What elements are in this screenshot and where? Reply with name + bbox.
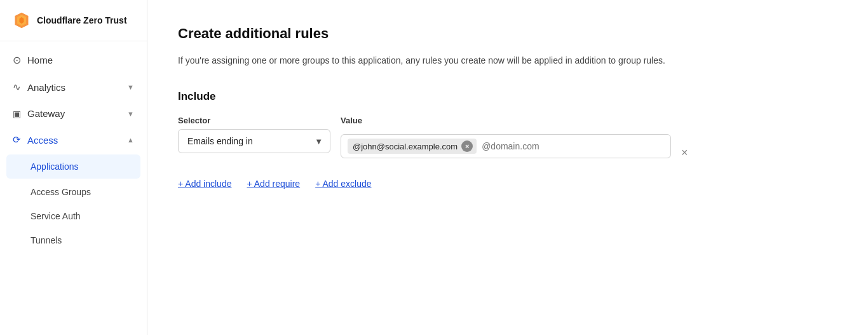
chevron-down-icon: ▼ bbox=[127, 110, 134, 118]
sidebar-item-access[interactable]: ⟳ Access ▲ bbox=[0, 126, 147, 153]
selector-field-group: Selector Emails ending in Emails IP rang… bbox=[178, 116, 330, 153]
logo-area: Cloudflare Zero Trust bbox=[0, 0, 147, 41]
gateway-icon: ▣ bbox=[13, 109, 21, 119]
value-input-container[interactable]: @john@social.example.com × bbox=[341, 134, 671, 158]
value-wrapper: @john@social.example.com × × bbox=[341, 129, 693, 163]
remove-row-button[interactable]: × bbox=[676, 142, 693, 163]
add-include-button[interactable]: + Add include bbox=[178, 179, 231, 189]
home-icon: ⊙ bbox=[13, 54, 21, 66]
tag-remove-button[interactable]: × bbox=[461, 140, 473, 152]
selector-dropdown[interactable]: Emails ending in Emails IP ranges Countr… bbox=[178, 129, 330, 153]
sidebar-navigation: ⊙ Home ∿ Analytics ▼ ▣ Gateway ▼ ⟳ Acces… bbox=[0, 41, 147, 335]
sidebar: Cloudflare Zero Trust ⊙ Home ∿ Analytics… bbox=[0, 0, 147, 335]
value-label: Value bbox=[341, 116, 693, 125]
sidebar-item-label: Gateway bbox=[27, 108, 121, 119]
add-exclude-button[interactable]: + Add exclude bbox=[315, 179, 371, 189]
chevron-down-icon: ▼ bbox=[127, 83, 134, 91]
logo-text: Cloudflare Zero Trust bbox=[37, 15, 127, 25]
rule-row: Selector Emails ending in Emails IP rang… bbox=[178, 116, 837, 163]
service-auth-label: Service Auth bbox=[31, 211, 81, 221]
include-section-heading: Include bbox=[178, 90, 837, 103]
page-title: Create additional rules bbox=[178, 25, 837, 42]
tunnels-label: Tunnels bbox=[31, 235, 62, 245]
sidebar-item-label: Access bbox=[27, 135, 121, 146]
sidebar-item-applications[interactable]: Applications bbox=[6, 154, 140, 179]
add-links-row: + Add include + Add require + Add exclud… bbox=[178, 179, 837, 189]
access-icon: ⟳ bbox=[13, 134, 21, 146]
sidebar-item-service-auth[interactable]: Service Auth bbox=[0, 204, 147, 228]
chevron-up-icon: ▲ bbox=[127, 136, 134, 144]
sidebar-item-label: Home bbox=[27, 55, 134, 65]
selector-wrapper: Emails ending in Emails IP ranges Countr… bbox=[178, 129, 330, 153]
page-description: If you're assigning one or more groups t… bbox=[178, 53, 813, 67]
sidebar-item-tunnels[interactable]: Tunnels bbox=[0, 228, 147, 252]
cloudflare-logo-icon bbox=[13, 11, 31, 29]
add-require-button[interactable]: + Add require bbox=[247, 179, 300, 189]
sidebar-item-label: Analytics bbox=[27, 82, 121, 93]
value-field-group: Value @john@social.example.com × × bbox=[341, 116, 693, 163]
sidebar-item-analytics[interactable]: ∿ Analytics ▼ bbox=[0, 74, 147, 100]
tag-text: @john@social.example.com bbox=[353, 142, 458, 151]
analytics-icon: ∿ bbox=[13, 81, 21, 93]
sidebar-item-access-groups[interactable]: Access Groups bbox=[0, 180, 147, 204]
access-groups-label: Access Groups bbox=[31, 187, 91, 197]
domain-input[interactable] bbox=[482, 141, 664, 151]
email-tag: @john@social.example.com × bbox=[348, 139, 477, 154]
sidebar-item-gateway[interactable]: ▣ Gateway ▼ bbox=[0, 100, 147, 126]
selector-label: Selector bbox=[178, 116, 330, 125]
main-content: Create additional rules If you're assign… bbox=[147, 0, 868, 335]
applications-label: Applications bbox=[31, 161, 79, 172]
sidebar-item-home[interactable]: ⊙ Home bbox=[0, 46, 147, 74]
